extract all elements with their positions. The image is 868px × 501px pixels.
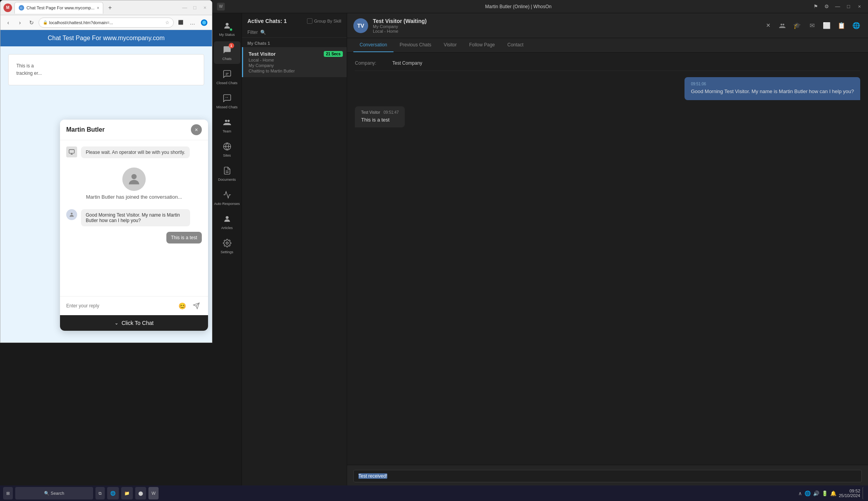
browser-maximize-btn[interactable]: □ bbox=[191, 4, 199, 12]
emoji-btn[interactable]: 😊 bbox=[177, 300, 188, 311]
browser-titlebar: M C Chat Test Page For www.mycomp... × +… bbox=[0, 0, 212, 15]
chat-widget-body: Please wait. An operator will be with yo… bbox=[60, 140, 208, 296]
operator-message-text: Good Morning Test Visitor. My name is Ma… bbox=[691, 88, 854, 95]
header-copy-btn[interactable]: 📋 bbox=[836, 20, 847, 31]
file-explorer-taskbar-btn[interactable]: 📁 bbox=[121, 487, 133, 499]
sidebar-item-auto-responses[interactable]: Auto Responses bbox=[214, 186, 240, 209]
chat-header-visitor-name: Test Visitor (Waiting) bbox=[373, 18, 759, 24]
security-icon: 🔒 bbox=[43, 20, 48, 25]
tab-follow-page[interactable]: Follow Page bbox=[463, 38, 501, 52]
operator-message-bubble: 09:51:06 Good Morning Test Visitor. My n… bbox=[685, 77, 860, 100]
conversation-area: Company: Test Company 09:51:06 Good Morn… bbox=[347, 53, 868, 465]
start-btn[interactable]: ⊞ bbox=[3, 487, 13, 499]
sidebar-label-missed-chats: Missed Chats bbox=[216, 105, 238, 109]
operator-message-time: 09:51:06 bbox=[691, 82, 854, 86]
click-to-chat-bar[interactable]: ⌄ Click To Chat bbox=[60, 315, 208, 331]
missed-chats-icon bbox=[222, 93, 233, 104]
browser-tab[interactable]: C Chat Test Page For www.mycomp... × bbox=[14, 2, 103, 14]
task-view-btn[interactable]: ⧉ bbox=[95, 487, 105, 499]
chat-joined-text: Martin Butler has joined the conversatio… bbox=[86, 194, 182, 200]
sidebar-item-sites[interactable]: Sites bbox=[214, 138, 240, 161]
header-transfer-btn[interactable]: ⬜ bbox=[821, 20, 832, 31]
taskbar-clock[interactable]: 09:52 25/10/2024 bbox=[839, 489, 860, 498]
sidebar-item-my-status[interactable]: My Status bbox=[214, 17, 240, 40]
sidebar-item-chats[interactable]: 1 Chats bbox=[214, 41, 240, 64]
online-dot bbox=[229, 28, 233, 31]
articles-icon bbox=[222, 213, 233, 224]
sidebar-item-team[interactable]: Team bbox=[214, 114, 240, 136]
forward-btn[interactable]: › bbox=[15, 18, 25, 27]
header-email-btn[interactable]: ✉ bbox=[806, 20, 817, 31]
app-flags-btn[interactable]: ⚑ bbox=[812, 3, 820, 11]
sidebar-item-articles[interactable]: Articles bbox=[214, 210, 240, 233]
visitor-message-text: This is a test bbox=[361, 116, 399, 124]
app-close-btn[interactable]: × bbox=[856, 3, 863, 11]
chat-widget-close-btn[interactable]: × bbox=[191, 124, 202, 135]
chat-list-item[interactable]: Test Visitor Local - Home My Company Cha… bbox=[242, 47, 347, 77]
show-desktop-btn[interactable] bbox=[863, 487, 865, 499]
chat-system-msg: Please wait. An operator will be with yo… bbox=[66, 146, 202, 158]
chat-operator-icon bbox=[66, 209, 77, 220]
chat-reply-input[interactable] bbox=[66, 303, 174, 309]
search-btn[interactable]: 🔍 Search bbox=[15, 487, 93, 499]
browser-window: M C Chat Test Page For www.mycomp... × +… bbox=[0, 0, 212, 343]
app-minimize-btn[interactable]: — bbox=[834, 3, 842, 11]
header-globe-btn[interactable]: 🌐 bbox=[851, 20, 862, 31]
battery-icon[interactable]: 🔋 bbox=[822, 490, 828, 496]
address-bar: 🔒 localhost/chattest.htm?domain=... ☆ bbox=[39, 18, 174, 28]
sidebar-item-settings[interactable]: Settings bbox=[214, 235, 240, 257]
operator-avatar bbox=[122, 168, 146, 191]
tab-contact[interactable]: Contact bbox=[501, 38, 529, 52]
taskbar: ⊞ 🔍 Search ⧉ 🌐 📁 ⬤ W ∧ 🌐 🔊 🔋 🔔 09:52 25/… bbox=[0, 485, 868, 501]
svg-point-10 bbox=[227, 120, 229, 122]
tab-close-btn[interactable]: × bbox=[97, 6, 99, 10]
chat-widget-title: Martin Butler bbox=[66, 126, 105, 133]
sidebar-label-closed-chats: Closed Chats bbox=[216, 81, 237, 85]
app-maximize-btn[interactable]: □ bbox=[845, 3, 852, 11]
edge-taskbar-btn[interactable]: 🌐 bbox=[107, 487, 119, 499]
operator-message-row: 09:51:06 Good Morning Test Visitor. My n… bbox=[355, 77, 860, 100]
volume-icon[interactable]: 🔊 bbox=[813, 490, 819, 496]
extensions-btn[interactable]: ⬛ bbox=[176, 18, 185, 27]
new-tab-btn[interactable]: + bbox=[106, 4, 114, 12]
sidebar-item-missed-chats[interactable]: Missed Chats bbox=[214, 90, 240, 112]
visitor-message-sender: Test Visitor 09:51:47 bbox=[361, 110, 399, 115]
close-visitor-btn[interactable]: × bbox=[764, 21, 773, 30]
notification-icon[interactable]: 🔔 bbox=[830, 490, 836, 496]
tab-visitor[interactable]: Visitor bbox=[438, 38, 463, 52]
browser-menu-btn[interactable]: … bbox=[188, 18, 197, 27]
browser-close-btn[interactable]: × bbox=[201, 4, 209, 12]
my-chats-label: My Chats 1 bbox=[242, 38, 347, 47]
bookmark-icon[interactable]: ☆ bbox=[165, 20, 169, 25]
svg-point-2 bbox=[71, 213, 73, 215]
tab-conversation[interactable]: Conversation bbox=[353, 38, 393, 52]
back-btn[interactable]: ‹ bbox=[4, 18, 13, 27]
header-team-btn[interactable] bbox=[777, 20, 788, 31]
sidebar-item-closed-chats[interactable]: Closed Chats bbox=[214, 65, 240, 88]
chat-header: TV Test Visitor (Waiting) My Company Loc… bbox=[347, 13, 868, 38]
my-status-icon bbox=[222, 20, 233, 31]
show-hidden-icon[interactable]: ∧ bbox=[798, 490, 802, 496]
network-icon[interactable]: 🌐 bbox=[804, 490, 811, 496]
tab-title: Chat Test Page For www.mycomp... bbox=[26, 5, 95, 10]
filter-search-icon[interactable]: 🔍 bbox=[260, 30, 266, 35]
chat-system-icon bbox=[66, 146, 77, 157]
chrome-taskbar-btn[interactable]: ⬤ bbox=[135, 487, 146, 499]
browser-minimize-btn[interactable]: — bbox=[181, 4, 189, 12]
taskbar-sys-icons: ∧ 🌐 🔊 🔋 🔔 bbox=[798, 490, 836, 496]
refresh-btn[interactable]: ↻ bbox=[27, 18, 36, 27]
header-learn-btn[interactable]: 🎓 bbox=[792, 20, 803, 31]
tab-previous-chats[interactable]: Previous Chats bbox=[393, 38, 438, 52]
send-btn[interactable] bbox=[191, 300, 202, 311]
chat-header-location: Local - Home bbox=[373, 29, 759, 34]
visitor-msg-text: This is a test bbox=[171, 235, 197, 240]
browser-page: Chat Test Page For www.mycompany.com Thi… bbox=[0, 30, 212, 342]
svg-point-15 bbox=[226, 216, 228, 219]
group-by-skill-toggle[interactable]: Group By Skill bbox=[307, 18, 341, 24]
sidebar-item-documents[interactable]: Documents bbox=[214, 162, 240, 185]
chat-visitor-msg: This is a test bbox=[66, 232, 202, 243]
filter-label: Filter bbox=[247, 30, 258, 35]
whoseon-taskbar-btn[interactable]: W bbox=[148, 487, 159, 499]
auto-responses-icon bbox=[222, 189, 233, 200]
app-settings-btn[interactable]: ⚙ bbox=[823, 3, 831, 11]
